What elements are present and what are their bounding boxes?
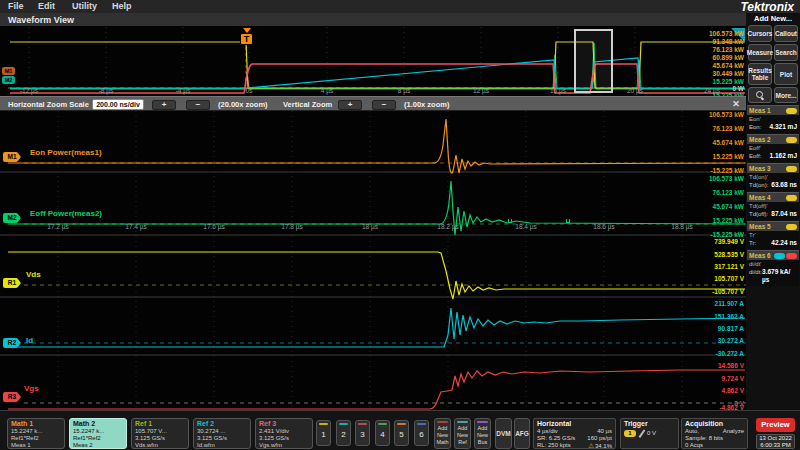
badge-title: Ref 3 bbox=[259, 420, 309, 428]
overview-time-label: -12 µs bbox=[20, 87, 38, 94]
overview-time-label: 0s bbox=[246, 87, 253, 94]
overview-scale-label: 60.899 kW bbox=[713, 54, 744, 61]
trigger-flag-icon[interactable]: T bbox=[240, 33, 253, 45]
add-new-line: Add bbox=[475, 425, 490, 431]
add-new-ref-button[interactable]: AddNewRef bbox=[454, 418, 471, 449]
tektronix-logo: Tektronix bbox=[740, 0, 794, 14]
rising-edge-icon bbox=[638, 430, 645, 437]
waveform-settings-badge-math2[interactable]: Math 215.2247 k...Ref1*Ref2Meas 2 bbox=[69, 418, 127, 449]
horizontal-panel[interactable]: Horizontal 4 µs/div40 µs SR: 6.25 GS/s16… bbox=[533, 418, 616, 449]
measurement-item[interactable]: Meas 2Eoff'Eoff:1.162 mJ bbox=[747, 134, 799, 162]
afg-button[interactable]: AFG bbox=[514, 418, 530, 449]
acq-mode: Auto, bbox=[685, 428, 699, 435]
hzoom-plus-button[interactable]: + bbox=[152, 100, 176, 110]
close-zoom-icon[interactable]: ✕ bbox=[730, 99, 742, 110]
measurement-body: Eoff'Eoff:1.162 mJ bbox=[747, 144, 799, 162]
channel-button-1[interactable]: 1 bbox=[316, 420, 331, 446]
vzoom-minus-button[interactable]: − bbox=[372, 100, 396, 110]
horizontal-zoom-scale-input[interactable]: 200.00 ns/div bbox=[92, 99, 144, 110]
measurement-sub-label: Tr' bbox=[749, 232, 797, 239]
menu-item-utility[interactable]: Utility bbox=[72, 1, 97, 11]
trigger-panel[interactable]: Trigger 1 0 V bbox=[620, 418, 679, 449]
eoff-power-overview-trace bbox=[10, 43, 745, 89]
measurement-value: 1.162 mJ bbox=[770, 152, 797, 160]
sidebar-button-cursors[interactable]: Cursors bbox=[748, 25, 772, 42]
sidebar-button-zoom[interactable] bbox=[748, 87, 772, 103]
measurement-header: Meas 3 bbox=[747, 163, 799, 173]
measurement-header: Meas 6 bbox=[747, 250, 799, 260]
channel-button-5[interactable]: 5 bbox=[394, 420, 409, 446]
measurement-body: Td(on)'Td(on):63.68 ns bbox=[747, 173, 799, 191]
measurement-body: Eon'Eon:4.321 mJ bbox=[747, 115, 799, 133]
measurement-sub-label: Eon' bbox=[749, 116, 797, 123]
scale-label-id: 90.817 A bbox=[718, 325, 744, 332]
sidebar-button-more-[interactable]: More... bbox=[774, 87, 798, 103]
add-new-color-stripe bbox=[457, 421, 468, 423]
measurement-header: Meas 5 bbox=[747, 221, 799, 231]
measurement-item[interactable]: Meas 5Tr'Tr:42.24 ns bbox=[747, 221, 799, 249]
dvm-button[interactable]: DVM bbox=[495, 418, 512, 449]
scale-label-vds: 105.707 V bbox=[714, 275, 744, 282]
waveform-settings-badge-ref2[interactable]: Ref 230.2724 ...3.125 GS/sId.wfm bbox=[193, 418, 251, 449]
sidebar-button-callout[interactable]: Callout bbox=[774, 25, 798, 42]
slice-separators bbox=[0, 172, 746, 355]
badge-title: Ref 1 bbox=[135, 420, 185, 428]
badge-row: Ref1*Ref2 bbox=[11, 435, 61, 442]
measurement-item[interactable]: Meas 4Td(off)'Td(off):87.04 ns bbox=[747, 192, 799, 220]
measurement-name: Meas 2 bbox=[749, 136, 771, 143]
h-window: 40 µs bbox=[597, 428, 612, 435]
sidebar-button-measure[interactable]: Measure bbox=[748, 44, 772, 61]
menu-item-edit[interactable]: Edit bbox=[38, 1, 55, 11]
acq-analyze: Analyze bbox=[723, 428, 744, 435]
sidebar-button-results-table[interactable]: Results Table bbox=[748, 63, 772, 85]
measurement-value: 87.04 ns bbox=[771, 210, 797, 218]
badge-title: Math 1 bbox=[11, 420, 61, 428]
overview-m1-badge[interactable]: M1 bbox=[2, 67, 15, 75]
acquisition-panel[interactable]: Acquisition Auto,Analyze Sample: 8 bits … bbox=[681, 418, 748, 449]
sidebar-button-search[interactable]: Search bbox=[774, 44, 798, 61]
tab-waveform-view[interactable]: Waveform View bbox=[8, 15, 74, 25]
measurement-value: 3.679 kA/µs bbox=[762, 268, 797, 284]
overview-m2-badge[interactable]: M2 bbox=[2, 76, 15, 84]
overview-time-label: 16 µs bbox=[550, 87, 566, 94]
channel-button-6[interactable]: 6 bbox=[414, 420, 429, 446]
measurement-item[interactable]: Meas 1Eon'Eon:4.321 mJ bbox=[747, 105, 799, 133]
channel-number: 2 bbox=[337, 430, 350, 439]
zoom-time-label: 18.2 µs bbox=[437, 223, 458, 230]
trigger-level: 0 V bbox=[647, 430, 656, 437]
zoom-box[interactable] bbox=[575, 30, 612, 92]
measurement-item[interactable]: Meas 3Td(on)'Td(on):63.68 ns bbox=[747, 163, 799, 191]
sidebar-button-plot[interactable]: Plot bbox=[774, 63, 798, 85]
measurement-key: Tr: bbox=[749, 239, 756, 247]
add-new-math-button[interactable]: AddNewMath bbox=[434, 418, 451, 449]
vzoom-plus-button[interactable]: + bbox=[338, 100, 362, 110]
add-new-line: Ref bbox=[455, 439, 470, 445]
waveform-settings-badge-ref3[interactable]: Ref 32.431 V/div3.125 GS/sVgs.wfm bbox=[255, 418, 313, 449]
measurement-name: Meas 6 bbox=[749, 252, 771, 259]
add-new-line: New bbox=[455, 432, 470, 438]
scale-label-eoff-power-meas2-: 45.674 kW bbox=[713, 203, 744, 210]
trigger-source-badge: 1 bbox=[624, 430, 636, 437]
channel-button-4[interactable]: 4 bbox=[375, 420, 390, 446]
channel-button-2[interactable]: 2 bbox=[336, 420, 351, 446]
hzoom-minus-button[interactable]: − bbox=[186, 100, 210, 110]
waveform-settings-badge-ref1[interactable]: Ref 1105.707 V...3.125 GS/sVds.wfm bbox=[131, 418, 189, 449]
scale-label-eon-power-meas1-: 106.573 kW bbox=[709, 111, 744, 118]
channel-button-3[interactable]: 3 bbox=[355, 420, 370, 446]
vzoom-factor-label: (1.00x zoom) bbox=[404, 100, 449, 109]
channel-number: 5 bbox=[395, 430, 408, 439]
warning-icon: ⚠ bbox=[588, 442, 594, 449]
waveform-settings-badge-math1[interactable]: Math 115.2247 k...Ref1*Ref2Meas 1 bbox=[7, 418, 65, 449]
menu-item-file[interactable]: File bbox=[8, 1, 24, 11]
measurement-body: di/dt'di/dt:3.679 kA/µs bbox=[747, 260, 799, 286]
waveform-label-m1: Eon Power(meas1) bbox=[30, 148, 102, 157]
measurement-value-row: Eoff:1.162 mJ bbox=[749, 152, 797, 160]
preview-button[interactable]: Preview bbox=[756, 418, 795, 432]
channel-color-stripe bbox=[378, 423, 387, 425]
source-badge bbox=[786, 224, 797, 230]
overview-scale-label: 91.348 kW bbox=[713, 38, 744, 45]
badge-row: 2.431 V/div bbox=[259, 428, 309, 435]
measurement-item[interactable]: Meas 6di/dt'di/dt:3.679 kA/µs bbox=[747, 250, 799, 286]
menu-item-help[interactable]: Help bbox=[112, 1, 132, 11]
add-new-bus-button[interactable]: AddNewBus bbox=[474, 418, 491, 449]
